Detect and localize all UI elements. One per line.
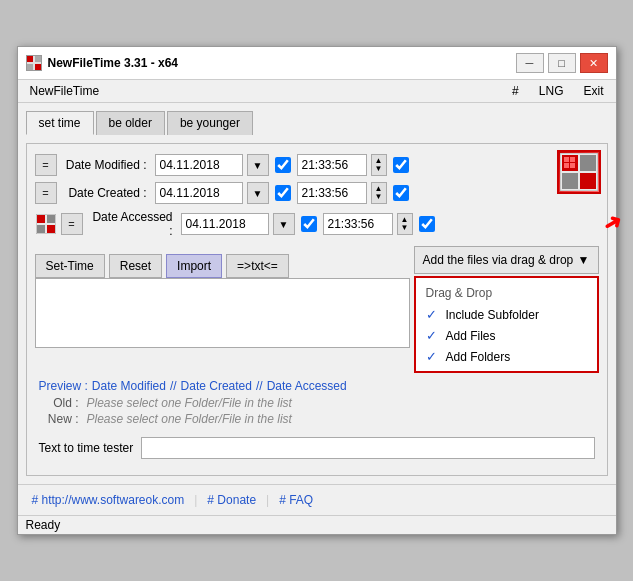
content-area: set time be older be younger bbox=[18, 103, 616, 484]
preview-sep1: // bbox=[170, 379, 177, 393]
menu-app[interactable]: NewFileTime bbox=[26, 82, 104, 100]
minimize-button[interactable]: ─ bbox=[516, 53, 544, 73]
add-files-button[interactable]: Add the files via drag & drop ▼ bbox=[414, 246, 599, 274]
modified-date-picker[interactable]: ▼ bbox=[247, 154, 269, 176]
title-bar: NewFileTime 3.31 - x64 ─ □ ✕ bbox=[18, 47, 616, 80]
svg-rect-12 bbox=[570, 163, 575, 168]
donate-link[interactable]: # Donate bbox=[201, 491, 262, 509]
status-bar: Ready bbox=[18, 515, 616, 534]
tab-be-younger[interactable]: be younger bbox=[167, 111, 253, 135]
menu-hash[interactable]: # bbox=[508, 82, 523, 100]
accessed-date-checkbox[interactable] bbox=[301, 216, 317, 232]
txt-button[interactable]: =>txt<= bbox=[226, 254, 289, 278]
preview-bar: Preview : Date Modified // Date Created … bbox=[35, 373, 599, 395]
dropdown-menu: Drag & Drop ✓ Include Subfolder ✓ Add Fi… bbox=[414, 276, 599, 373]
menu-exit[interactable]: Exit bbox=[579, 82, 607, 100]
accessed-date-picker[interactable]: ▼ bbox=[273, 213, 295, 235]
add-files-item[interactable]: ✓ Add Files bbox=[416, 325, 597, 346]
tab-bar: set time be older be younger bbox=[26, 111, 608, 135]
modified-time-input[interactable] bbox=[297, 154, 367, 176]
add-folders-label: Add Folders bbox=[446, 350, 511, 364]
new-value: Please select one Folder/File in the lis… bbox=[87, 412, 292, 426]
svg-rect-7 bbox=[562, 173, 578, 189]
action-buttons: Set-Time Reset Import =>txt<= bbox=[35, 254, 410, 278]
left-section: Set-Time Reset Import =>txt<= bbox=[35, 246, 410, 348]
accessed-label: Date Accessed : bbox=[87, 210, 177, 238]
footer-bar: # http://www.softwareok.com | # Donate |… bbox=[18, 484, 616, 515]
preview-modified: Date Modified bbox=[92, 379, 166, 393]
tab-set-time[interactable]: set time bbox=[26, 111, 94, 135]
modified-label: Date Modified : bbox=[61, 158, 151, 172]
svg-rect-16 bbox=[37, 225, 45, 233]
subfolder-label: Include Subfolder bbox=[446, 308, 539, 322]
add-files-check-icon: ✓ bbox=[426, 328, 440, 343]
created-label: Date Created : bbox=[61, 186, 151, 200]
preview-sep2: // bbox=[256, 379, 263, 393]
action-area: Set-Time Reset Import =>txt<= Add the fi… bbox=[35, 246, 599, 373]
reset-button[interactable]: Reset bbox=[109, 254, 162, 278]
maximize-button[interactable]: □ bbox=[548, 53, 576, 73]
tab-be-older[interactable]: be older bbox=[96, 111, 165, 135]
tester-label: Text to time tester bbox=[39, 441, 134, 455]
window-controls: ─ □ ✕ bbox=[516, 53, 608, 73]
accessed-time-checkbox[interactable] bbox=[419, 216, 435, 232]
add-folders-check-icon: ✓ bbox=[426, 349, 440, 364]
tester-row: Text to time tester bbox=[35, 431, 599, 465]
created-time-input[interactable] bbox=[297, 182, 367, 204]
created-time-spin[interactable]: ▲ ▼ bbox=[371, 182, 387, 204]
created-date-picker[interactable]: ▼ bbox=[247, 182, 269, 204]
footer-sep2: | bbox=[266, 493, 269, 507]
app-logo bbox=[557, 150, 601, 194]
svg-rect-0 bbox=[27, 56, 33, 62]
window-title: NewFileTime 3.31 - x64 bbox=[48, 56, 510, 70]
add-files-item-label: Add Files bbox=[446, 329, 496, 343]
include-subfolder-item[interactable]: ✓ Include Subfolder bbox=[416, 304, 597, 325]
status-text: Ready bbox=[26, 518, 61, 532]
dropdown-header: Drag & Drop bbox=[416, 282, 597, 304]
old-label: Old : bbox=[39, 396, 79, 410]
modified-date-input[interactable] bbox=[155, 154, 243, 176]
created-date-checkbox[interactable] bbox=[275, 185, 291, 201]
svg-rect-9 bbox=[564, 157, 569, 162]
date-modified-row: = Date Modified : ▼ ▲ ▼ bbox=[35, 154, 599, 176]
import-button[interactable]: Import bbox=[166, 254, 222, 278]
svg-rect-6 bbox=[580, 155, 596, 171]
old-row: Old : Please select one Folder/File in t… bbox=[35, 395, 599, 411]
svg-rect-11 bbox=[564, 163, 569, 168]
add-files-label: Add the files via drag & drop bbox=[423, 253, 574, 267]
modified-time-spin[interactable]: ▲ ▼ bbox=[371, 154, 387, 176]
created-time-checkbox[interactable] bbox=[393, 185, 409, 201]
accessed-time-spin[interactable]: ▲ ▼ bbox=[397, 213, 413, 235]
svg-rect-1 bbox=[35, 56, 41, 62]
menu-lng[interactable]: LNG bbox=[535, 82, 568, 100]
modified-time-checkbox[interactable] bbox=[393, 157, 409, 173]
accessed-date-input[interactable] bbox=[181, 213, 269, 235]
accessed-icon bbox=[35, 213, 57, 235]
faq-link[interactable]: # FAQ bbox=[273, 491, 319, 509]
accessed-time-input[interactable] bbox=[323, 213, 393, 235]
set-time-button[interactable]: Set-Time bbox=[35, 254, 105, 278]
red-arrow-indicator: ➜ bbox=[597, 207, 626, 239]
date-accessed-row: = Date Accessed : ▼ ▲ ▼ ➜ bbox=[35, 210, 599, 238]
eq-created-button[interactable]: = bbox=[35, 182, 57, 204]
website-link[interactable]: # http://www.softwareok.com bbox=[26, 491, 191, 509]
date-created-row: = Date Created : ▼ ▲ ▼ bbox=[35, 182, 599, 204]
new-row: New : Please select one Folder/File in t… bbox=[35, 411, 599, 427]
close-button[interactable]: ✕ bbox=[580, 53, 608, 73]
subfolder-check-icon: ✓ bbox=[426, 307, 440, 322]
tester-input[interactable] bbox=[141, 437, 594, 459]
main-window: NewFileTime 3.31 - x64 ─ □ ✕ NewFileTime… bbox=[17, 46, 617, 535]
file-list[interactable] bbox=[35, 278, 410, 348]
svg-rect-10 bbox=[570, 157, 575, 162]
svg-rect-17 bbox=[47, 225, 55, 233]
modified-date-checkbox[interactable] bbox=[275, 157, 291, 173]
eq-accessed-button[interactable]: = bbox=[61, 213, 83, 235]
add-folders-item[interactable]: ✓ Add Folders bbox=[416, 346, 597, 367]
created-date-input[interactable] bbox=[155, 182, 243, 204]
eq-modified-button[interactable]: = bbox=[35, 154, 57, 176]
dropdown-arrow-icon: ▼ bbox=[578, 253, 590, 267]
app-icon bbox=[26, 55, 42, 71]
svg-rect-15 bbox=[47, 215, 55, 223]
svg-rect-3 bbox=[35, 64, 41, 70]
footer-sep1: | bbox=[194, 493, 197, 507]
